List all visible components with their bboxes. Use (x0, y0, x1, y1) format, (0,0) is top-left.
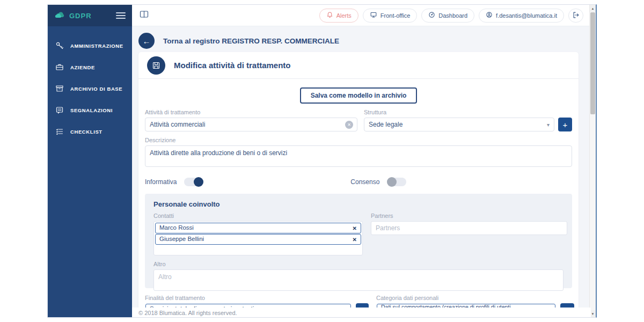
row-descrizione: Descrizione Attività dirette alla produz… (145, 137, 572, 169)
add-struttura-button[interactable]: + (558, 118, 572, 131)
save-disk-icon (147, 56, 165, 75)
card-title: Modifica attività di trattamento (174, 61, 291, 70)
back-to-register-label: Torna al registro REGISTRO RESP. COMMERC… (163, 37, 339, 45)
sidebar-item-label: ARCHIVIO DI BASE (70, 86, 122, 92)
scroll-up-icon[interactable]: ▲ (590, 5, 596, 12)
sidebar-nav: AMMINISTRAZIONE AZIENDE ARCHIVIO DI BASE (48, 26, 132, 142)
monitor-icon (370, 11, 377, 19)
informativa-toggle[interactable] (184, 178, 203, 186)
struttura-label: Struttura (364, 109, 572, 115)
main-content: ← Torna al registro REGISTRO RESP. COMME… (132, 26, 591, 318)
sidebar-item-segnalazioni[interactable]: SEGNALAZIONI (48, 99, 132, 121)
sidebar-item-archivio-di-base[interactable]: ARCHIVIO DI BASE (48, 78, 132, 99)
back-button[interactable]: ← (138, 33, 155, 49)
gauge-icon (428, 11, 435, 19)
remove-chip-icon[interactable]: ✕ (353, 237, 357, 243)
sidebar: GDPR AMMINISTRAZIONE AZIENDE (48, 5, 132, 317)
sidebar-item-label: AMMINISTRAZIONE (70, 43, 123, 49)
dashboard-label: Dashboard (438, 12, 467, 19)
consenso-toggle[interactable] (387, 178, 406, 186)
altro-label: Altro (153, 261, 564, 267)
reading-pane-icon[interactable] (140, 10, 149, 20)
brand-logo[interactable]: GDPR (54, 10, 116, 21)
personale-coinvolto-panel: Personale coinvolto Contatti Marco Rossi… (145, 194, 572, 288)
back-row: ← Torna al registro REGISTRO RESP. COMME… (138, 33, 339, 49)
checklist-icon (55, 127, 64, 136)
remove-chip-icon[interactable]: ✕ (353, 225, 357, 231)
dashboard-button[interactable]: Dashboard (421, 9, 474, 23)
user-email-label: f.desantis@blumatica.it (496, 12, 557, 19)
form-area: Attività di trattamento ✕ Struttura Sede… (138, 109, 579, 318)
sidebar-item-label: AZIENDE (70, 64, 95, 70)
struttura-select[interactable]: Sede legale ▾ (364, 118, 554, 131)
contatti-chipbox[interactable]: Marco Rossi ✕ Giuseppe Bellini ✕ (153, 221, 363, 255)
informativa-label: Informativa (145, 178, 177, 186)
row-attivita-struttura: Attività di trattamento ✕ Struttura Sede… (145, 109, 572, 131)
save-row: Salva come modello in archivio (138, 87, 579, 104)
key-icon (55, 41, 64, 50)
vertical-scrollbar[interactable]: ▲ ▼ (589, 5, 596, 317)
archive-icon (55, 84, 64, 93)
front-office-button[interactable]: Front-office (363, 9, 417, 23)
hamburger-menu-icon[interactable] (116, 12, 126, 19)
attivita-label: Attività di trattamento (145, 109, 357, 115)
finalita-label: Finalità del trattamento (145, 295, 369, 301)
logout-icon (572, 11, 580, 20)
sidebar-item-label: SEGNALAZIONI (70, 107, 113, 113)
clear-input-icon[interactable]: ✕ (345, 121, 353, 129)
descrizione-label: Descrizione (145, 137, 572, 143)
front-office-label: Front-office (380, 12, 410, 19)
user-icon (486, 11, 493, 19)
partners-label: Partners (371, 213, 567, 219)
scrollbar-thumb[interactable] (590, 12, 595, 114)
struttura-value: Sede legale (369, 121, 402, 128)
back-arrow-icon: ← (143, 36, 151, 46)
attivita-input[interactable] (145, 121, 345, 128)
card-header: Modifica attività di trattamento (138, 52, 579, 79)
topbar: Alerts Front-office Dashboard (132, 5, 591, 26)
sidebar-item-amministrazione[interactable]: AMMINISTRAZIONE (48, 35, 132, 56)
partners-input[interactable] (371, 221, 567, 235)
sidebar-item-aziende[interactable]: AZIENDE (48, 56, 132, 78)
categoria-label: Categoria dati personali (376, 295, 574, 301)
cloud-logo-icon (54, 10, 66, 21)
copyright-text: © 2018 Blumatica. All rights reserved. (138, 310, 237, 316)
sidebar-item-label: CHECKLIST (70, 129, 103, 135)
sidebar-item-checklist[interactable]: CHECKLIST (48, 121, 132, 142)
footer: © 2018 Blumatica. All rights reserved. (132, 308, 591, 318)
contatti-chip: Giuseppe Bellini ✕ (155, 234, 361, 245)
altro-textarea[interactable] (153, 269, 564, 291)
logout-button[interactable] (568, 9, 583, 23)
chevron-down-icon: ▾ (547, 122, 550, 128)
contatti-chip: Marco Rossi ✕ (155, 223, 361, 233)
alert-bell-icon (326, 11, 333, 19)
brand-name: GDPR (69, 12, 92, 20)
sidebar-header: GDPR (48, 5, 132, 26)
topbar-actions: Alerts Front-office Dashboard (319, 9, 583, 23)
descrizione-textarea[interactable]: Attività dirette alla produzione di beni… (145, 145, 572, 167)
consenso-label: Consenso (350, 178, 379, 186)
personale-coinvolto-title: Personale coinvolto (153, 200, 564, 208)
save-as-template-button[interactable]: Salva come modello in archivio (300, 87, 418, 104)
briefcase-icon (55, 63, 64, 71)
contatti-label: Contatti (153, 213, 363, 219)
attivita-input-wrap: ✕ (145, 118, 357, 131)
user-account-button[interactable]: f.desantis@blumatica.it (479, 9, 564, 23)
alerts-button[interactable]: Alerts (319, 9, 358, 23)
report-icon (55, 106, 64, 114)
alerts-label: Alerts (336, 12, 352, 19)
row-toggles: Informativa Consenso (145, 178, 572, 186)
app-window: GDPR AMMINISTRAZIONE AZIENDE (47, 4, 597, 318)
edit-treatment-card: Modifica attività di trattamento Salva c… (138, 52, 579, 318)
